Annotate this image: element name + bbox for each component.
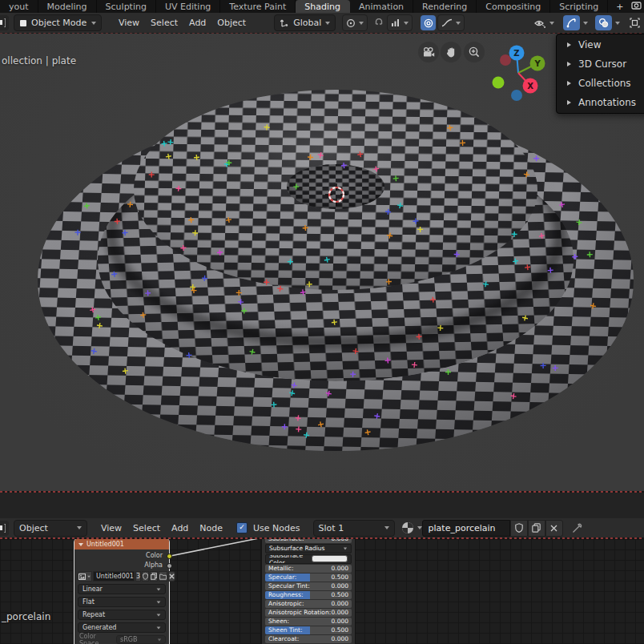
overlays-icon bbox=[595, 15, 612, 30]
viewport-header: Object Mode ViewSelectAddObject Global bbox=[0, 13, 644, 33]
shader-editor-header: Object ViewSelectAddNode ✓ Use Nodes Slo… bbox=[0, 518, 644, 537]
image-name-field[interactable]: Untitled001 bbox=[93, 571, 135, 582]
popover-item-annotations[interactable]: Annotations bbox=[557, 93, 644, 112]
menu-add[interactable]: Add bbox=[166, 521, 194, 536]
fake-user-button[interactable] bbox=[510, 520, 528, 537]
bsdf-roughness-slider[interactable]: Roughness:0.500 bbox=[265, 591, 352, 599]
collapse-icon[interactable] bbox=[78, 543, 83, 546]
tab-sculpting[interactable]: Sculpting bbox=[97, 0, 156, 13]
tab-shading[interactable]: Shading bbox=[296, 0, 350, 13]
unlink-material-button[interactable] bbox=[545, 520, 563, 537]
popover-item-collections[interactable]: Collections bbox=[557, 74, 644, 93]
image-node-select-repeat[interactable]: Repeat bbox=[78, 610, 166, 620]
pin-button[interactable] bbox=[572, 523, 582, 533]
zoom-view-button[interactable] bbox=[464, 42, 485, 62]
bsdf-clearcoat-slider[interactable]: Clearcoat:0.000 bbox=[265, 635, 352, 643]
image-node-select-generated[interactable]: Generated bbox=[78, 622, 166, 633]
xray-toggle[interactable] bbox=[627, 15, 642, 30]
tab-compositing[interactable]: Compositing bbox=[477, 0, 550, 13]
menu-select[interactable]: Select bbox=[145, 15, 183, 30]
axis-gizmo[interactable]: Z Y X bbox=[490, 43, 546, 106]
tab-rendering[interactable]: Rendering bbox=[413, 0, 477, 13]
scene-selector[interactable] bbox=[631, 0, 644, 13]
tab-modeling[interactable]: Modeling bbox=[38, 0, 97, 13]
principled-bsdf-node[interactable]: Subsurface:0.000Subsurface RadiusSubsurf… bbox=[262, 539, 355, 644]
popover-item-view[interactable]: View bbox=[557, 35, 644, 54]
snap-target-dropdown[interactable] bbox=[387, 14, 413, 31]
bsdf-subsurface-slider[interactable]: Subsurface:0.000 bbox=[265, 539, 352, 543]
bsdf-sheen-slider[interactable]: Sheen:0.000 bbox=[265, 618, 352, 626]
menu-object[interactable]: Object bbox=[211, 15, 252, 30]
bsdf-row-value: 0.500 bbox=[332, 574, 348, 581]
image-browser-button[interactable] bbox=[78, 571, 92, 582]
mode-selector[interactable]: Object Mode bbox=[14, 14, 102, 31]
add-workspace-button[interactable]: + bbox=[608, 0, 631, 13]
chevron-down-icon bbox=[404, 22, 409, 25]
visibility-dropdown[interactable] bbox=[529, 14, 558, 31]
image-new-button[interactable] bbox=[150, 571, 158, 582]
image-open-button[interactable] bbox=[159, 571, 167, 582]
bsdf-specular-tint-slider[interactable]: Specular Tint:0.000 bbox=[265, 582, 352, 590]
proportional-editing-toggle[interactable] bbox=[421, 15, 436, 30]
tab-scripting[interactable]: Scripting bbox=[550, 0, 608, 13]
tab-yout[interactable]: yout bbox=[0, 0, 38, 13]
submenu-arrow-icon bbox=[567, 62, 571, 66]
image-users-button[interactable]: 3 bbox=[135, 571, 141, 582]
menu-view[interactable]: View bbox=[95, 521, 127, 536]
bsdf-subsurface-radius-dropdown[interactable]: Subsurface Radius bbox=[265, 544, 352, 553]
bsdf-anisotropic-rotation-slider[interactable]: Anisotropic Rotation:0.000 bbox=[265, 609, 352, 617]
tab-uv-editing[interactable]: UV Editing bbox=[156, 0, 220, 13]
menu-node[interactable]: Node bbox=[194, 521, 228, 536]
material-browser-dropdown[interactable] bbox=[401, 521, 422, 534]
popover-item-label: View bbox=[578, 39, 601, 50]
editor-type-button[interactable] bbox=[0, 521, 9, 536]
menu-view[interactable]: View bbox=[113, 15, 145, 30]
menu-add[interactable]: Add bbox=[183, 15, 211, 30]
show-overlays-dropdown[interactable] bbox=[595, 15, 620, 30]
bsdf-input-socket[interactable] bbox=[265, 546, 266, 552]
bsdf-specular-slider[interactable]: Specular:0.500 bbox=[265, 574, 352, 582]
hand-icon bbox=[446, 46, 457, 58]
menu-select[interactable]: Select bbox=[127, 521, 166, 536]
bsdf-anisotropic-slider[interactable]: Anisotropic:0.000 bbox=[265, 600, 352, 608]
use-nodes-toggle[interactable]: ✓ Use Nodes bbox=[236, 522, 300, 533]
image-unlink-button[interactable] bbox=[168, 571, 175, 582]
select-value: Flat bbox=[83, 598, 95, 606]
pivot-point-dropdown[interactable] bbox=[342, 14, 368, 31]
image-node-header[interactable]: Untitled001 bbox=[74, 539, 169, 549]
subsurface-color-swatch[interactable] bbox=[312, 555, 348, 562]
axis-neg-z-ball bbox=[511, 90, 522, 101]
bsdf-subsurface-color-color[interactable]: Subsurface Color bbox=[265, 554, 352, 564]
color-output-socket[interactable] bbox=[167, 553, 172, 559]
image-node-select-linear[interactable]: Linear bbox=[78, 584, 166, 594]
camera-view-button[interactable] bbox=[418, 42, 439, 62]
popover-item-3d-cursor[interactable]: 3D Cursor bbox=[557, 54, 644, 74]
tab-animation[interactable]: Animation bbox=[350, 0, 413, 13]
shader-type-dropdown[interactable]: Object bbox=[14, 520, 87, 537]
alpha-output-socket[interactable] bbox=[167, 563, 172, 569]
folder-icon bbox=[159, 574, 167, 580]
transform-orientation-dropdown[interactable]: Global bbox=[274, 14, 336, 31]
material-name: plate_porcelain bbox=[429, 523, 496, 533]
node-canvas[interactable]: Untitled001 Color Alpha bbox=[0, 539, 644, 644]
bsdf-metallic-slider[interactable]: Metallic:0.000 bbox=[265, 565, 352, 573]
snap-toggle[interactable] bbox=[372, 15, 385, 30]
bsdf-row-value: 0.000 bbox=[332, 539, 348, 542]
tab-texture-paint[interactable]: Texture Paint bbox=[220, 0, 296, 13]
bsdf-sheen-tint-slider[interactable]: Sheen Tint:0.500 bbox=[265, 626, 352, 634]
viewport-3d[interactable]: ollection | plate bbox=[0, 34, 644, 491]
pan-view-button[interactable] bbox=[441, 42, 461, 62]
editor-type-button[interactable] bbox=[0, 15, 9, 30]
proportional-falloff-dropdown[interactable] bbox=[437, 14, 465, 31]
bsdf-input-socket[interactable] bbox=[265, 557, 266, 562]
color-space-select[interactable]: sRGB bbox=[116, 635, 166, 644]
image-node-select-flat[interactable]: Flat bbox=[78, 597, 166, 607]
image-texture-node[interactable]: Untitled001 Color Alpha bbox=[74, 539, 169, 644]
new-material-button[interactable] bbox=[528, 520, 545, 537]
bsdf-row-label: Sheen Tint: bbox=[268, 626, 303, 634]
show-gizmos-dropdown[interactable] bbox=[563, 15, 588, 30]
material-slot-dropdown[interactable]: Slot 1 bbox=[313, 520, 395, 537]
image-fake-user-button[interactable] bbox=[142, 571, 149, 582]
material-name-field[interactable]: plate_porcelain bbox=[422, 520, 510, 537]
chevron-down-icon bbox=[583, 22, 588, 25]
